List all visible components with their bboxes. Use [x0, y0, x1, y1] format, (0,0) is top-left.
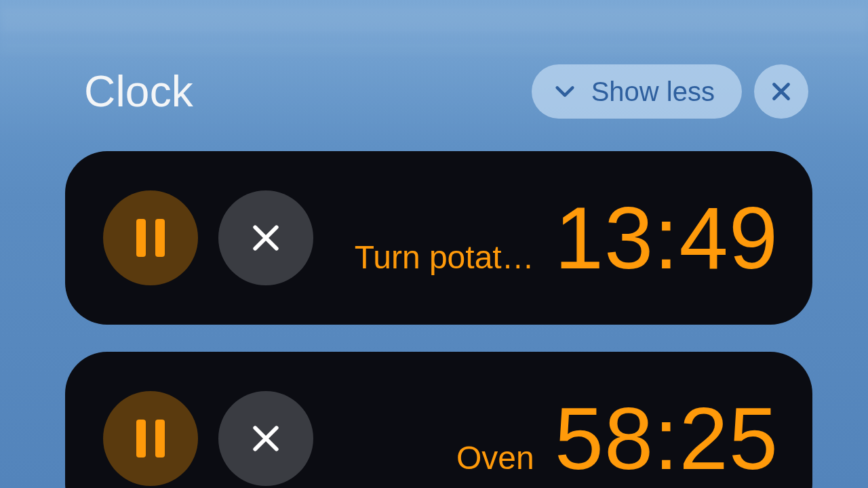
stack-header-actions: Show less — [532, 64, 808, 119]
pause-icon — [136, 420, 165, 458]
timer-time: 13:49 — [555, 194, 778, 282]
timer-body: Turn potat… 13:49 — [313, 194, 778, 282]
stack-title: Clock — [69, 66, 193, 117]
pause-button[interactable] — [103, 190, 198, 285]
show-less-button[interactable]: Show less — [532, 64, 742, 119]
pause-button[interactable] — [103, 391, 198, 486]
close-icon — [769, 79, 793, 104]
pause-icon — [136, 219, 165, 257]
chevron-down-icon — [553, 80, 576, 103]
show-less-label: Show less — [591, 77, 715, 107]
timer-label: Oven — [456, 439, 534, 476]
dismiss-stack-button[interactable] — [754, 64, 808, 119]
timer-time: 58:25 — [555, 394, 778, 483]
timer-controls — [103, 391, 313, 486]
wallpaper-background: Clock Show less — [0, 0, 868, 488]
clock-notification-stack: Clock Show less — [65, 64, 812, 488]
timer-card[interactable]: Oven 58:25 — [65, 352, 812, 488]
timer-card[interactable]: Turn potat… 13:49 — [65, 151, 812, 325]
close-icon — [248, 420, 284, 457]
close-icon — [248, 220, 284, 256]
stack-header: Clock Show less — [65, 64, 812, 119]
cancel-timer-button[interactable] — [218, 190, 313, 285]
timer-body: Oven 58:25 — [313, 394, 778, 483]
timer-label: Turn potat… — [355, 239, 534, 276]
cancel-timer-button[interactable] — [218, 391, 313, 486]
timer-controls — [103, 190, 313, 285]
